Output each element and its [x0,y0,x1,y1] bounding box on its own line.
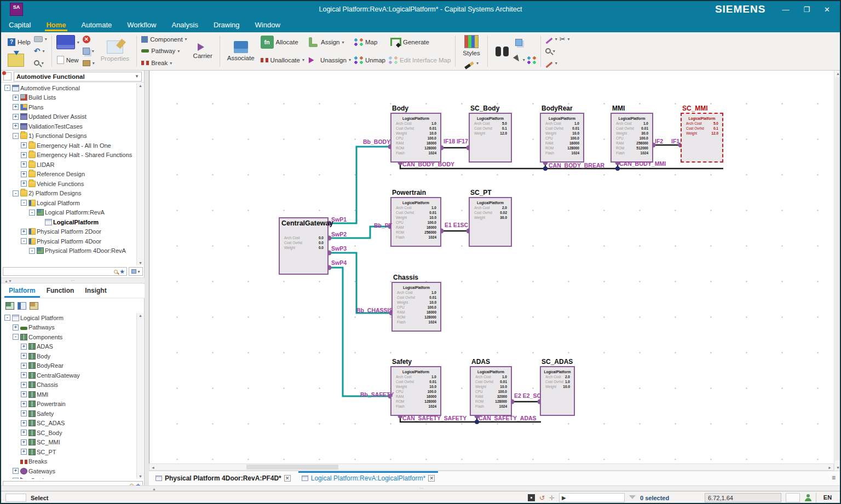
block-sc-body[interactable]: SC_BodyLogicalPlatformArch Cost5.0Cost O… [469,113,512,163]
pin-icon[interactable] [3,72,11,80]
tab-list-icon[interactable]: ≡ [832,474,836,482]
expander-icon[interactable]: + [13,123,19,129]
panel-layout-button[interactable]: ▾ [129,267,143,276]
expander-icon[interactable]: + [21,391,27,397]
menu-window[interactable]: Window [254,19,281,31]
tree-item-reference-design[interactable]: +Reference Design [1,170,145,179]
expander-icon[interactable]: - [21,238,27,244]
expander-icon[interactable]: - [21,200,27,206]
tree-item-updated-driver-assist[interactable]: +Updated Driver Assist [1,112,145,122]
expander-icon[interactable]: + [21,410,27,416]
expander-icon[interactable]: + [21,372,27,378]
select-tool-button[interactable]: ▾ [515,55,536,66]
model-selector[interactable]: Automotive Functional ▼ [14,72,142,82]
tab-platform[interactable]: Platform [4,284,40,298]
tree-item-1-functional-designs[interactable]: -1) Functional Designs [1,131,145,141]
tree-item-emergency-halt-shared-functions[interactable]: +Emergency Halt - Shared Functions [1,150,145,160]
diagram-vscrollbar[interactable]: ▲▼ [834,71,841,471]
expander-icon[interactable]: + [21,161,27,167]
menu-workflow[interactable]: Workflow [126,19,157,31]
close-tab-icon[interactable]: ✕ [428,475,435,482]
expander-icon[interactable]: + [13,325,19,331]
tree-item-physical-platform-2door[interactable]: +Physical Platform 2Door [1,227,145,237]
import-button[interactable] [8,55,31,66]
properties-button[interactable]: Properties [98,39,132,63]
language-indicator[interactable]: EN [816,493,839,503]
diagram-canvas[interactable]: BodyLogicalPlatformArch Cost1.0Cost Ovrh… [149,71,834,464]
carrier-button[interactable]: Carrier [191,42,215,60]
favorite-icon[interactable]: ★ [119,269,125,275]
play-icon[interactable]: ▶ [562,495,566,501]
cut-connection-button[interactable]: ▾✂▾ [545,34,570,45]
expander-icon[interactable]: + [21,363,27,369]
tree-item-centralgateway[interactable]: +CentralGateway [1,370,145,380]
platform-tree-scrollbar[interactable]: ▲▼ [136,313,143,479]
tree-item-pathways[interactable]: +Pathways [1,323,145,333]
expander-icon[interactable]: - [13,334,19,340]
doc-tab-physical-platform-4door-reva-pf4d[interactable]: Physical Platform 4Door:RevA:PF4D*✕ [152,471,294,485]
tree-item-adas[interactable]: +ADAS [1,342,145,352]
block-safety[interactable]: SafetyLogicalPlatformArch Cost1.0Cost Ov… [390,366,441,416]
tree-item-vehicle-functions[interactable]: +Vehicle Functions [1,179,145,189]
menu-automate[interactable]: Automate [80,19,113,31]
tab-function[interactable]: Function [42,284,79,298]
block-powertrain[interactable]: PowertrainLogicalPlatformArch Cost1.0Cos… [390,197,441,247]
format-painter-button[interactable]: ▾ [464,58,479,69]
close-button[interactable]: ✕ [824,5,830,14]
expander-icon[interactable]: - [29,248,35,254]
model-tree-scrollbar[interactable]: ▲▼ [136,83,143,265]
tab-insight[interactable]: Insight [80,284,111,298]
tree-item-sc-mmi[interactable]: +SC_MMI [1,438,145,448]
unallocate-button[interactable]: Unallocate▾ [261,55,304,66]
tree-item-logicalplatform[interactable]: LogicalPlatform [1,217,145,227]
block-mmi[interactable]: MMILogicalPlatformArch Cost1.0Cost Ovrhd… [610,113,653,163]
block-centralgateway[interactable]: CentralGatewayArch Cost0.0Cost Ovrhd0.0W… [279,217,329,275]
block-sc-adas[interactable]: SC_ADASLogicalPlatformArch Cost2.0Cost O… [540,366,575,416]
minimize-button[interactable]: — [782,5,789,14]
panel-splitter[interactable]: ▲▼··· [1,277,145,283]
unassign-button[interactable]: Unassign▾ [308,55,351,66]
doc-tab-logical-platform-reva-logicalplatform[interactable]: Logical Platform:RevA:LogicalPlatform*✕ [298,471,438,485]
expander-icon[interactable]: + [21,382,27,388]
model-search-input[interactable]: ★ [3,267,127,276]
map-button[interactable]: Map [354,37,385,48]
block-chassis[interactable]: ChassisLogicalPlatformArch Cost1.0Cost O… [391,282,441,332]
expander-icon[interactable]: - [13,478,19,479]
tree-item-validationtestcases[interactable]: +ValidationTestCases [1,121,145,131]
expander-icon[interactable]: + [21,430,27,436]
tree-item-body[interactable]: +Body [1,351,145,361]
expander-icon[interactable]: + [21,152,27,158]
tree-item-components[interactable]: -Components [1,332,145,342]
block-bodyrear[interactable]: BodyRearLogicalPlatformArch Cost1.0Cost … [540,113,584,163]
associate-button[interactable]: Associate [224,40,257,62]
expander-icon[interactable]: + [21,142,27,148]
tree-item-physical-platform-4door-reva[interactable]: -Physical Platform 4Door:RevA [1,246,145,256]
print-button[interactable]: ▾ [34,34,47,45]
tree-item-automotive-functional[interactable]: -Automotive Functional [1,83,145,93]
edit-interface-map-button[interactable]: Edit Interface Map [389,55,451,66]
tree-item-mmi[interactable]: +MMI [1,390,145,399]
user-icon[interactable] [804,494,811,501]
expander-icon[interactable]: - [4,85,10,91]
block-body[interactable]: BodyLogicalPlatformArch Cost1.0Cost Ovrh… [390,113,441,163]
diagram-hscrollbar[interactable]: ◄► [149,464,834,471]
tree-item-chassis[interactable]: +Chassis [1,380,145,390]
tree-item-bodyrear[interactable]: +BodyRear [1,361,145,371]
menu-analysis[interactable]: Analysis [170,19,199,31]
component-button[interactable]: Component▾ [141,34,187,45]
tree-item-carriers[interactable]: -Carriers [1,476,145,479]
tree-item-breaks[interactable]: Breaks [1,457,145,467]
find-button[interactable] [492,44,512,59]
expander-icon[interactable]: + [13,114,19,120]
break-button[interactable]: Break▾ [141,57,187,68]
diagram-tool-icon[interactable] [5,302,14,310]
expander-icon[interactable]: - [29,210,35,216]
navigate-tool-icon[interactable] [18,302,26,310]
expander-icon[interactable]: + [21,229,27,235]
expander-icon[interactable]: + [21,439,27,445]
tree-item-sc-adas[interactable]: +SC_ADAS [1,419,145,428]
unmap-button[interactable]: Unmap [354,55,385,66]
tree-item-build-lists[interactable]: +Build Lists [1,93,145,103]
tree-item-logical-platform-reva[interactable]: -Logical Platform:RevA [1,208,145,218]
menu-capital[interactable]: Capital [8,19,32,31]
